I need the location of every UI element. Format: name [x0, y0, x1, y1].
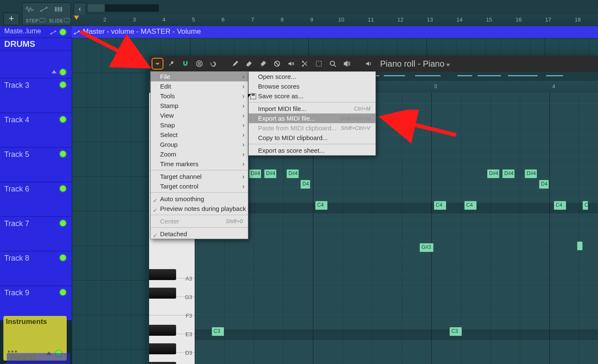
menu-item[interactable]: Export as score sheet... — [249, 146, 375, 155]
track-label: Track 7 — [4, 219, 29, 228]
mode-box: STEP SLIDE — [22, 3, 71, 25]
midi-note[interactable]: C3 — [449, 327, 462, 336]
slice-tool-icon[interactable] — [299, 58, 311, 70]
wrench-icon[interactable] — [166, 58, 177, 70]
menu-item[interactable]: Import MIDI file...Ctrl+M — [249, 104, 375, 113]
ruler-number: 16 — [516, 16, 522, 23]
track-row[interactable]: Track 4 — [0, 113, 72, 148]
instruments-group[interactable]: Instruments ••• Track 11 — [3, 316, 67, 361]
black-key[interactable] — [149, 269, 176, 280]
mute-tool-icon[interactable] — [285, 58, 297, 70]
list-icon[interactable] — [193, 58, 205, 70]
speaker-icon[interactable] — [363, 58, 375, 70]
menu-item[interactable]: Stamp — [151, 101, 248, 111]
track-row[interactable]: Track 8 — [0, 251, 72, 286]
track-enable-led[interactable] — [60, 255, 66, 261]
menu-item: Paste from MIDI clipboard...Shift+Ctrl+V — [249, 123, 375, 133]
midi-note[interactable]: C4 — [554, 201, 566, 210]
track-enable-led[interactable] — [60, 82, 66, 88]
midi-note[interactable]: C4 — [315, 201, 328, 210]
midi-note[interactable]: C4 — [582, 201, 588, 210]
midi-note[interactable]: D#4 — [502, 169, 515, 178]
playback-tool-icon[interactable] — [341, 58, 353, 70]
automation-clip-header[interactable]: Master - volume - MASTER - Volume — [72, 26, 598, 38]
track-master-automation[interactable]: Maste..lume — [0, 26, 72, 38]
brush-tool-icon[interactable] — [257, 58, 269, 70]
step-mode-toggle[interactable]: STEP — [26, 18, 46, 23]
midi-note[interactable]: C3 — [212, 327, 224, 336]
menu-item[interactable]: File — [151, 72, 248, 81]
menu-item[interactable]: View — [151, 111, 248, 120]
track-row[interactable]: Track 9 — [0, 286, 72, 321]
piano-roll-menu-button[interactable] — [152, 58, 163, 70]
track-row[interactable]: Track 5 — [0, 148, 72, 182]
scrollbar-thumb[interactable] — [88, 4, 105, 12]
midi-note[interactable] — [577, 241, 583, 251]
expand-icon[interactable] — [52, 70, 57, 73]
black-key[interactable] — [149, 325, 176, 336]
midi-note[interactable]: D#4 — [525, 169, 537, 178]
track-enable-led[interactable] — [60, 186, 66, 191]
midi-note[interactable]: D4 — [300, 180, 310, 189]
menu-item[interactable]: ✓Detached — [151, 229, 248, 239]
black-key[interactable] — [149, 362, 176, 364]
undo-icon[interactable] — [207, 58, 219, 70]
piano-roll-title[interactable]: Piano roll - Piano — [380, 59, 450, 69]
menu-item[interactable]: Zoom — [151, 149, 248, 159]
menu-item[interactable]: Export as MIDI file...Shift+Ctrl+M — [249, 113, 375, 123]
add-pattern-button[interactable]: + — [3, 13, 19, 25]
track-row[interactable]: Track 11 — [7, 353, 70, 364]
midi-note[interactable]: D4 — [539, 180, 549, 189]
track-enable-led[interactable] — [60, 29, 66, 35]
playhead-marker[interactable] — [74, 16, 79, 20]
menu-item[interactable]: Edit — [151, 81, 248, 91]
midi-note[interactable]: C4 — [434, 201, 446, 210]
pattern-icon — [54, 5, 63, 15]
menu-item[interactable]: Open score... — [249, 72, 375, 81]
track-enable-led[interactable] — [60, 69, 66, 75]
black-key[interactable] — [149, 343, 176, 354]
track-row[interactable]: Track 7 — [0, 217, 72, 251]
drums-group-header[interactable]: DRUMS — [0, 38, 72, 51]
drums-group-body[interactable] — [0, 51, 72, 78]
draw-tool-icon[interactable] — [229, 58, 241, 70]
track-row[interactable]: Track 3 — [0, 78, 72, 113]
magnet-icon[interactable] — [179, 58, 191, 70]
delete-tool-icon[interactable] — [271, 58, 283, 70]
midi-note[interactable]: D#4 — [249, 169, 261, 178]
track-row[interactable]: Track 6 — [0, 182, 72, 217]
slide-mode-toggle[interactable]: SLIDE — [49, 18, 71, 23]
black-key[interactable] — [149, 288, 176, 299]
midi-note[interactable]: D#4 — [264, 169, 277, 178]
select-tool-icon[interactable] — [313, 58, 325, 70]
menu-item[interactable]: Time markers — [151, 159, 248, 169]
menu-item[interactable]: Snap — [151, 120, 248, 130]
svg-point-12 — [302, 65, 304, 67]
menu-item[interactable]: Target control — [151, 181, 248, 191]
midi-note[interactable]: D#4 — [286, 169, 299, 178]
ruler-number: 3 — [133, 16, 136, 23]
midi-note[interactable]: G#3 — [419, 243, 434, 252]
menu-item-label: Tools — [160, 92, 175, 100]
menu-item[interactable]: Target channel — [151, 172, 248, 181]
menu-item[interactable]: Copy to MIDI clipboard... — [249, 133, 375, 143]
track-enable-led[interactable] — [60, 220, 66, 226]
zoom-tool-icon[interactable] — [327, 58, 339, 70]
menu-item[interactable]: Browse scores — [249, 81, 375, 91]
midi-note[interactable]: D#4 — [487, 169, 500, 178]
menu-item[interactable]: Group — [151, 140, 248, 149]
c-row-highlight — [195, 203, 598, 213]
playlist-ruler[interactable]: 23456789101112131415161718 — [72, 15, 598, 26]
track-enable-led[interactable] — [60, 116, 66, 122]
midi-note[interactable]: C4 — [464, 201, 477, 210]
menu-item[interactable]: ✓Preview notes during playback — [151, 204, 248, 213]
paint-tool-icon[interactable] — [243, 58, 255, 70]
back-button[interactable]: ‹ — [73, 3, 86, 15]
track-enable-led[interactable] — [60, 289, 66, 295]
playlist-h-scrollbar[interactable] — [88, 4, 159, 12]
menu-item[interactable]: ✓Auto smoothing — [151, 194, 248, 204]
menu-item[interactable]: Select — [151, 130, 248, 140]
menu-item[interactable]: Save score as... — [249, 91, 375, 101]
menu-item[interactable]: Tools — [151, 91, 248, 101]
track-enable-led[interactable] — [60, 151, 66, 157]
